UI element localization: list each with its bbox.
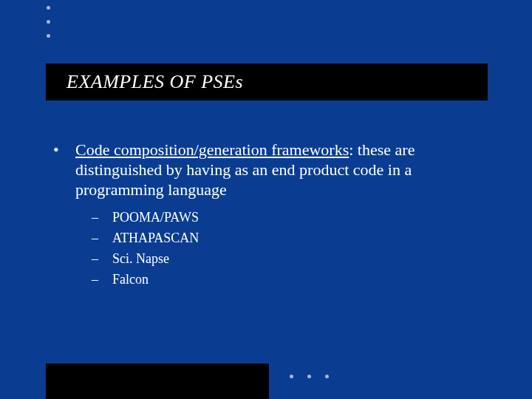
list-item: – Sci. Napse (92, 251, 482, 267)
sub-item-text: Falcon (112, 272, 149, 288)
dash-marker: – (92, 251, 112, 267)
slide-title: EXAMPLES OF PSEs (66, 71, 243, 93)
dot-icon (325, 375, 329, 378)
decorative-bottom-bar (46, 364, 269, 399)
list-item: – Falcon (92, 272, 482, 288)
dash-marker: – (92, 231, 112, 247)
main-bullet-text: Code composition/generation frameworks: … (75, 140, 482, 200)
dot-icon (307, 375, 311, 378)
bullet-marker: • (53, 140, 75, 200)
dot-icon (47, 20, 50, 24)
sub-bullet-list: – POOMA/PAWS – ATHAPASCAN – Sci. Napse –… (92, 210, 482, 288)
title-bar: EXAMPLES OF PSEs (46, 64, 488, 100)
slide-content: • Code composition/generation frameworks… (53, 140, 482, 293)
decorative-dots-bottom (290, 375, 329, 378)
list-item: – POOMA/PAWS (92, 210, 482, 226)
sub-item-text: ATHAPASCAN (112, 231, 199, 247)
dash-marker: – (92, 210, 112, 226)
dash-marker: – (92, 272, 112, 288)
list-item: – ATHAPASCAN (92, 231, 482, 247)
dot-icon (290, 375, 293, 378)
sub-item-text: POOMA/PAWS (112, 210, 199, 226)
dot-icon (47, 6, 50, 10)
dot-icon (47, 34, 50, 38)
decorative-dots-top (47, 6, 50, 38)
main-bullet-lead: Code composition/generation frameworks (75, 140, 349, 159)
sub-item-text: Sci. Napse (112, 251, 169, 267)
main-bullet: • Code composition/generation frameworks… (53, 140, 482, 200)
